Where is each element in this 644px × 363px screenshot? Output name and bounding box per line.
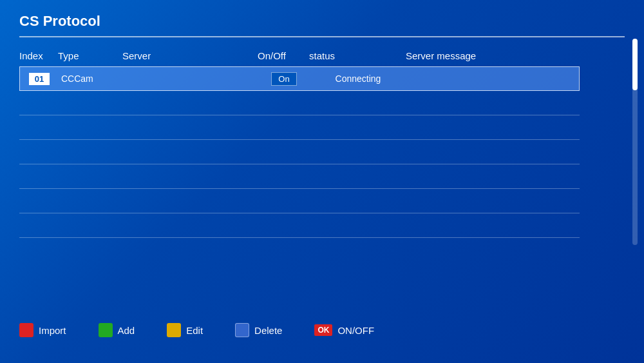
header-message: Server message xyxy=(406,50,580,61)
cell-type-4 xyxy=(58,173,122,181)
header-index: Index xyxy=(19,50,58,61)
green-button-icon[interactable] xyxy=(99,323,113,337)
cell-type-1 xyxy=(58,99,122,107)
cell-status-6 xyxy=(309,222,406,230)
add-label: Add xyxy=(118,325,135,336)
delete-label: Delete xyxy=(254,325,282,336)
cell-server-2 xyxy=(122,124,258,132)
action-onoff[interactable]: OK ON/OFF xyxy=(314,324,374,336)
cell-message-6 xyxy=(406,222,580,230)
action-import[interactable]: Import xyxy=(19,323,66,337)
red-button-icon[interactable] xyxy=(19,323,33,337)
scrollbar-thumb[interactable] xyxy=(632,39,638,90)
cell-message-2 xyxy=(406,124,580,132)
cell-index-6 xyxy=(19,222,58,230)
cell-onoff-6 xyxy=(258,222,309,230)
cell-onoff-5 xyxy=(258,197,309,205)
cell-index-0: 01 xyxy=(20,69,59,89)
cell-status-4 xyxy=(309,173,406,181)
cell-server-1 xyxy=(122,99,258,107)
onoff-label: ON/OFF xyxy=(337,325,374,336)
cell-message-3 xyxy=(406,148,580,156)
cell-index-1 xyxy=(19,99,58,107)
cell-index-2 xyxy=(19,124,58,132)
bottom-bar: Import Add Edit Delete OK ON/OFF xyxy=(19,323,374,337)
table-header: Index Type Server On/Off status Server m… xyxy=(19,50,580,66)
action-edit[interactable]: Edit xyxy=(167,323,203,337)
header-status: status xyxy=(309,50,406,61)
cell-index-3 xyxy=(19,148,58,156)
cell-index-5 xyxy=(19,197,58,205)
cell-type-3 xyxy=(58,148,122,156)
cell-type-2 xyxy=(58,124,122,132)
header-server: Server xyxy=(122,50,258,61)
header-type: Type xyxy=(58,50,122,61)
table-row[interactable]: 01 CCCam On Connecting xyxy=(19,66,580,91)
cell-server-0 xyxy=(123,75,258,83)
cell-message-1 xyxy=(406,99,580,107)
cell-server-5 xyxy=(122,197,258,205)
cell-type-5 xyxy=(58,197,122,205)
table-row[interactable] xyxy=(19,140,580,164)
cell-message-0 xyxy=(406,75,579,83)
cell-status-5 xyxy=(309,197,406,205)
table-section: Index Type Server On/Off status Server m… xyxy=(19,50,580,238)
cell-status-1 xyxy=(309,99,406,107)
ok-button-icon[interactable]: OK xyxy=(314,324,332,336)
cell-type-6 xyxy=(58,222,122,230)
cell-server-4 xyxy=(122,173,258,181)
import-label: Import xyxy=(39,325,66,336)
page-title: CS Protocol xyxy=(19,13,100,29)
cell-server-6 xyxy=(122,222,258,230)
yellow-button-icon[interactable] xyxy=(167,323,181,337)
blue-button-icon[interactable] xyxy=(235,323,249,337)
title-bar: CS Protocol xyxy=(19,13,625,37)
cell-type-0: CCCam xyxy=(59,70,123,88)
cell-status-2 xyxy=(309,124,406,132)
cell-server-3 xyxy=(122,148,258,156)
table-row[interactable] xyxy=(19,164,580,189)
cell-onoff-4 xyxy=(258,173,309,181)
onoff-box-0: On xyxy=(271,72,296,86)
cell-onoff-0: On xyxy=(258,68,310,90)
cell-status-0: Connecting xyxy=(310,70,406,88)
cell-status-3 xyxy=(309,148,406,156)
scrollbar[interactable] xyxy=(632,39,638,245)
table-row[interactable] xyxy=(19,91,580,115)
action-delete[interactable]: Delete xyxy=(235,323,282,337)
table-row[interactable] xyxy=(19,213,580,238)
cell-onoff-2 xyxy=(258,124,309,132)
cell-message-4 xyxy=(406,173,580,181)
cell-index-4 xyxy=(19,173,58,181)
cell-onoff-3 xyxy=(258,148,309,156)
table-row[interactable] xyxy=(19,189,580,213)
action-add[interactable]: Add xyxy=(99,323,135,337)
table-row[interactable] xyxy=(19,115,580,140)
index-box-0: 01 xyxy=(29,73,50,85)
cell-message-5 xyxy=(406,197,580,205)
header-onoff: On/Off xyxy=(258,50,309,61)
main-container: CS Protocol Index Type Server On/Off sta… xyxy=(0,0,644,363)
cell-onoff-1 xyxy=(258,99,309,107)
edit-label: Edit xyxy=(186,325,203,336)
